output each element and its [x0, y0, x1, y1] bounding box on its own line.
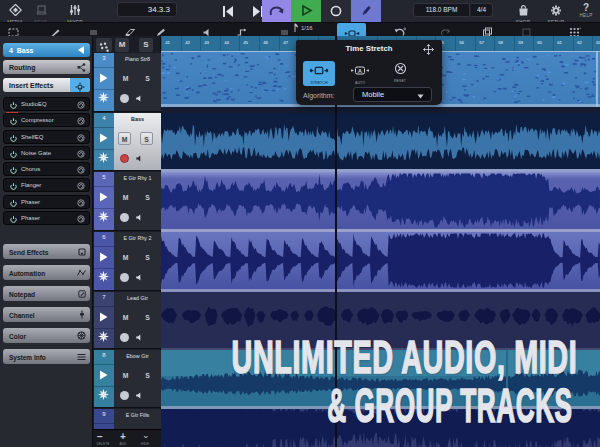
svg-text:+: +: [579, 26, 581, 30]
svg-text:A: A: [358, 68, 363, 74]
